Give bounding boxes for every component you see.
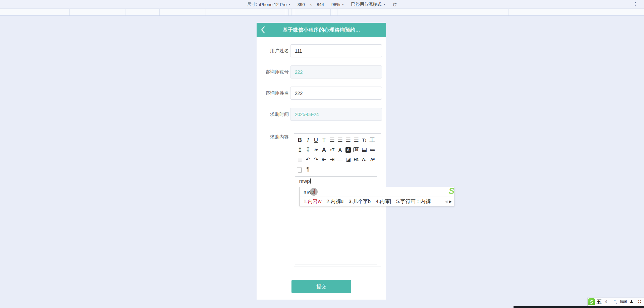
throttling-select[interactable]: 已停用节流模式 ▾ <box>351 1 385 7</box>
subscript-icon[interactable]: A₂ <box>360 155 368 164</box>
ime-candidate-1[interactable]: 1.内容w <box>304 198 321 205</box>
field-row-help-time: 求助时间 <box>257 108 386 121</box>
trash-icon[interactable] <box>296 165 304 174</box>
user-name-label: 用户姓名 <box>257 44 289 57</box>
text-caret <box>310 178 311 184</box>
ime-prev-page-icon[interactable]: ◀ <box>445 200 448 203</box>
clear-format-icon[interactable]: Ix <box>312 146 320 154</box>
submit-button[interactable]: 提交 <box>291 280 351 293</box>
chevron-down-icon: ▾ <box>384 3 385 6</box>
font-color-icon[interactable]: A <box>336 146 344 154</box>
ime-candidate-list: 1.内容w 2.内裤u 3.几个字b 4.内审j 5.字符画：内裤 ◀ ▶ <box>300 197 454 206</box>
letter-spacing-icon[interactable]: 工 <box>368 136 376 145</box>
font-family-icon[interactable]: тT <box>328 146 336 154</box>
ime-candidate-3[interactable]: 3.几个字b <box>348 198 371 205</box>
help-time-label: 求助时间 <box>257 108 289 121</box>
device-viewport: 基于微信小程序的心理咨询预约... 用户姓名 咨询师账号 咨询师姓名 求助时间 … <box>257 23 386 300</box>
numbered-list-icon[interactable]: ≣ <box>296 155 304 164</box>
zoom-value: 98% <box>331 2 340 7</box>
underline-icon[interactable]: U <box>312 136 320 145</box>
bullet-list-icon[interactable]: ≔ <box>368 146 376 154</box>
device-name: iPhone 12 Pro <box>259 2 286 7</box>
chevron-down-icon: ▾ <box>342 3 344 6</box>
user-name-input[interactable] <box>290 44 382 57</box>
throttling-label: 已停用节流模式 <box>351 1 382 7</box>
device-select[interactable]: 尺寸: iPhone 12 Pro ▾ <box>247 1 290 7</box>
counselor-name-label: 咨询师姓名 <box>257 87 289 100</box>
ime-next-page-icon[interactable]: ▶ <box>449 200 452 203</box>
soft-keyboard-icon[interactable]: ⌨ <box>620 298 628 306</box>
outdent-icon[interactable]: ⇤ <box>320 155 328 164</box>
bold-icon[interactable]: B <box>296 136 304 145</box>
viewport-height-field[interactable]: 844 <box>317 2 324 7</box>
superscript-icon[interactable]: A² <box>368 155 376 164</box>
help-content-label: 求助内容 <box>257 134 289 140</box>
chevron-left-icon <box>261 26 265 34</box>
align-right-icon[interactable]: ☰ <box>344 136 352 145</box>
ime-candidate-5[interactable]: 5.字符画：内裤 <box>396 198 431 205</box>
redo-icon[interactable]: ↷ <box>312 155 320 164</box>
counselor-account-label: 咨询师账号 <box>257 65 289 79</box>
viewport-width-field[interactable]: 390 <box>298 2 305 7</box>
clipboard-icon[interactable]: ▤ <box>360 146 368 154</box>
devtools-ruler-row <box>0 9 644 16</box>
page-title: 基于微信小程序的心理咨询预约... <box>282 27 360 33</box>
half-full-width-icon[interactable]: ☾ <box>603 298 611 306</box>
undo-icon[interactable]: ↶ <box>304 155 312 164</box>
insert-date-icon[interactable]: 19 <box>352 146 360 154</box>
chevron-down-icon: ▾ <box>289 3 290 6</box>
align-center-icon[interactable]: ☰ <box>336 136 344 145</box>
field-row-counselor-account: 咨询师账号 <box>257 65 386 79</box>
heading-1-icon[interactable]: H1 <box>352 155 360 164</box>
back-button[interactable] <box>261 27 267 33</box>
taskbar-edge <box>514 306 644 308</box>
devtools-device-toolbar: 尺寸: iPhone 12 Pro ▾ 390 × 844 98% ▾ 已停用节… <box>0 0 644 9</box>
devtools-menu-icon[interactable]: ⋮ <box>633 1 638 7</box>
page-header: 基于微信小程序的心理咨询预约... <box>257 23 386 37</box>
editor-text: mwp <box>299 178 310 184</box>
toolbox-icon[interactable]: ∷ <box>636 298 644 306</box>
size-label: 尺寸: <box>247 1 257 7</box>
italic-icon[interactable]: I <box>304 136 312 145</box>
line-spacing-icon[interactable]: ↧ <box>304 146 312 154</box>
punctuation-mode-icon[interactable]: °, <box>611 298 619 306</box>
sogou-logo-icon[interactable]: S <box>588 298 595 305</box>
ime-candidate-2[interactable]: 2.内裤u <box>326 198 343 205</box>
background-color-icon[interactable]: A <box>344 146 352 154</box>
indent-top-icon[interactable]: ↥ <box>296 146 304 154</box>
ime-candidate-popup: mwp S 1.内容w 2.内裤u 3.几个字b 4.内审j 5.字符画：内裤 … <box>299 187 454 206</box>
paragraph-mark-icon[interactable]: ¶ <box>304 165 312 174</box>
account-icon[interactable]: ♟ <box>628 298 636 306</box>
line-height-icon[interactable]: T↕ <box>360 136 368 145</box>
align-left-icon[interactable]: ☰ <box>328 136 336 145</box>
multiply-sign: × <box>310 2 312 7</box>
ime-candidate-4[interactable]: 4.内审j <box>376 198 391 205</box>
horizontal-rule-icon[interactable]: — <box>336 155 344 164</box>
strikethrough-icon[interactable]: T <box>320 136 328 145</box>
font-size-icon[interactable]: A <box>320 146 328 154</box>
insert-image-icon[interactable]: ◪ <box>344 155 352 164</box>
field-row-counselor-name: 咨询师姓名 <box>257 87 386 100</box>
zoom-select[interactable]: 98% ▾ <box>331 2 344 7</box>
touch-cursor <box>310 188 318 196</box>
help-time-input <box>290 108 382 121</box>
counselor-account-input <box>290 65 382 79</box>
wubi-mode-icon[interactable]: 五 <box>595 298 603 306</box>
indent-icon[interactable]: ⇥ <box>328 155 336 164</box>
sogou-status-bar: S 五 ☾ °, ⌨ ♟ ∷ <box>587 298 644 306</box>
align-justify-icon[interactable]: ☰ <box>352 136 360 145</box>
field-row-user-name: 用户姓名 <box>257 44 386 57</box>
rotate-viewport-icon[interactable]: ↻ <box>391 2 398 6</box>
sogou-logo-icon: S <box>449 187 454 195</box>
counselor-name-input[interactable] <box>290 87 382 100</box>
editor-toolbar: B I U T ☰ ☰ ☰ ☰ T↕ 工 ↥ ↧ Ix A тT A A 19 … <box>294 134 381 174</box>
